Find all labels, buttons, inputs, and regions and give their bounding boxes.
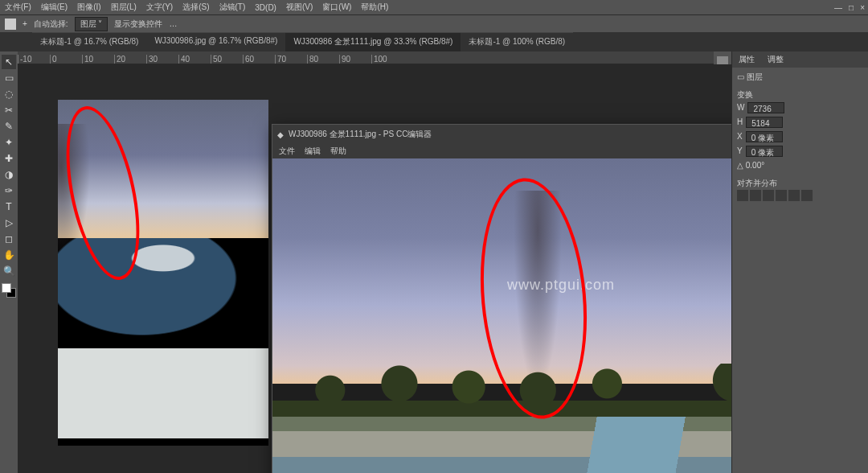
ruler-tick: 10: [82, 55, 114, 64]
brush-tool[interactable]: ✎: [2, 119, 16, 134]
close-button[interactable]: ×: [860, 3, 865, 12]
ruler-tick: 40: [178, 55, 211, 64]
hand-tool[interactable]: ✋: [2, 248, 16, 262]
menu-item[interactable]: 文件(F): [5, 2, 31, 13]
canvas-area[interactable]: ◆ WJ300986 全景1111.jpg - PS CC编辑器 — □ × 文…: [18, 64, 731, 473]
maximize-button[interactable]: □: [849, 3, 854, 12]
section-header: 变换: [737, 88, 863, 101]
align-top-icon[interactable]: [776, 190, 787, 201]
gradient-tool[interactable]: ◑: [2, 167, 16, 182]
floating-title: WJ300986 全景1111.jpg - PS CC编辑器: [289, 129, 432, 140]
x-label: X: [737, 130, 743, 143]
align-bottom-icon[interactable]: [801, 190, 813, 201]
autoselect-label: 自动选择:: [34, 19, 68, 30]
foreground-color[interactable]: [2, 283, 11, 293]
ruler-tick: 80: [307, 55, 339, 64]
watermark-text: www.ptgui.com: [507, 276, 615, 293]
menu-item[interactable]: 文字(Y): [146, 2, 173, 13]
image-sky: [58, 100, 268, 238]
path-tool[interactable]: ▷: [2, 216, 16, 230]
image-sky: [272, 158, 731, 384]
image-road: [58, 238, 268, 438]
align-buttons-row: [737, 190, 863, 201]
document-tab[interactable]: WJ300986.jpg @ 16.7% (RGB/8#): [146, 32, 285, 51]
menu-item[interactable]: 图层(L): [111, 2, 137, 13]
ruler-tick: 20: [114, 55, 146, 64]
menu-item[interactable]: 帮助: [330, 146, 346, 157]
menu-item[interactable]: 编辑: [305, 146, 321, 157]
floating-titlebar[interactable]: ◆ WJ300986 全景1111.jpg - PS CC编辑器 — □ ×: [272, 125, 731, 144]
crop-tool[interactable]: ✂: [2, 103, 16, 117]
menu-item[interactable]: 图像(I): [77, 2, 100, 13]
height-field[interactable]: 5184 像素: [746, 117, 783, 128]
menu-item[interactable]: 3D(D): [255, 3, 276, 12]
x-field[interactable]: 0 像素: [746, 131, 783, 142]
panel-tab[interactable]: 调整: [761, 51, 790, 68]
background-document[interactable]: [58, 100, 268, 446]
align-middle-icon[interactable]: [788, 190, 800, 201]
window-controls: — □ ×: [834, 0, 865, 14]
angle-field[interactable]: △ 0.00°: [737, 159, 764, 172]
minimize-button[interactable]: —: [834, 3, 842, 12]
ruler-tick: 50: [211, 55, 243, 64]
floating-image[interactable]: www.ptgui.com: [272, 158, 731, 473]
align-center-icon[interactable]: [750, 190, 761, 201]
panel-tab[interactable]: 属性: [732, 51, 761, 68]
options-bar: + 自动选择: 图层 ˅ 显示变换控件 …: [0, 14, 868, 32]
y-field[interactable]: 0 像素: [746, 146, 783, 157]
lasso-tool[interactable]: ◌: [2, 87, 16, 101]
transform-controls-checkbox[interactable]: 显示变换控件: [114, 19, 162, 30]
horizontal-ruler: -10 0 10 20 30 40 50 60 70 80 90 100: [18, 51, 731, 64]
document-tab[interactable]: WJ300986 全景1111.jpg @ 33.3% (RGB/8#): [285, 32, 461, 51]
width-label: W: [737, 101, 744, 114]
workspace: ↖ ▭ ◌ ✂ ✎ ✦ ✚ ◑ ✑ T ▷ ◻ ✋ 🔍 -10 0 10 20 …: [0, 51, 868, 473]
type-tool[interactable]: T: [2, 199, 16, 214]
ruler-tick: 90: [339, 55, 371, 64]
panel-tabs: 属性 调整: [732, 51, 868, 68]
tool-icon: +: [23, 19, 27, 28]
menu-item[interactable]: 窗口(W): [322, 2, 351, 13]
healing-tool[interactable]: ✦: [2, 135, 16, 150]
document-tab[interactable]: 未标题-1 @ 100% (RGB/8): [461, 32, 573, 51]
marquee-tool[interactable]: ▭: [2, 71, 16, 85]
tools-toolbar: ↖ ▭ ◌ ✂ ✎ ✦ ✚ ◑ ✑ T ▷ ◻ ✋ 🔍: [0, 51, 18, 473]
menu-item[interactable]: 编辑(E): [41, 2, 68, 13]
color-swatch[interactable]: [2, 283, 16, 298]
home-icon[interactable]: [5, 19, 16, 30]
move-tool[interactable]: ↖: [2, 55, 16, 69]
width-field[interactable]: 2736 像素: [747, 102, 784, 113]
ruler-tick: 60: [243, 55, 275, 64]
document-tabbar: 未标题-1 @ 16.7% (RGB/8) WJ300986.jpg @ 16.…: [0, 32, 868, 51]
y-label: Y: [737, 145, 743, 158]
align-left-icon[interactable]: [737, 190, 748, 201]
image-ground: [272, 417, 731, 473]
app-icon: ◆: [277, 130, 284, 139]
layer-type-label: ▭ 图层: [737, 71, 863, 84]
zoom-tool[interactable]: 🔍: [2, 264, 16, 278]
height-label: H: [737, 116, 743, 129]
menu-item[interactable]: 滤镜(T): [219, 2, 246, 13]
properties-panel: 属性 调整 ▭ 图层 变换 W 2736 像素 H 5184 像素 X 0 像素…: [731, 51, 868, 473]
autoselect-dropdown[interactable]: 图层 ˅: [75, 17, 108, 31]
menu-item[interactable]: 帮助(H): [361, 2, 388, 13]
document-tab[interactable]: 未标题-1 @ 16.7% (RGB/8): [32, 32, 146, 51]
ruler-tick: 70: [275, 55, 307, 64]
align-buttons[interactable]: …: [169, 19, 177, 28]
ruler-tick: 0: [50, 55, 82, 64]
menu-item[interactable]: 选择(S): [182, 2, 209, 13]
align-right-icon[interactable]: [763, 190, 774, 201]
align-header: 对齐并分布: [737, 177, 863, 190]
clone-tool[interactable]: ✚: [2, 151, 16, 166]
ruler-tick: 100: [371, 55, 403, 64]
pen-tool[interactable]: ✑: [2, 183, 16, 198]
floating-menubar: 文件 编辑 帮助: [272, 144, 731, 158]
ruler-tick: 30: [146, 55, 178, 64]
application-menubar: 文件(F) 编辑(E) 图像(I) 图层(L) 文字(Y) 选择(S) 滤镜(T…: [0, 0, 868, 14]
menu-item[interactable]: 视图(V): [286, 2, 313, 13]
ruler-tick: -10: [18, 55, 50, 64]
shape-tool[interactable]: ◻: [2, 232, 16, 246]
floating-document-window[interactable]: ◆ WJ300986 全景1111.jpg - PS CC编辑器 — □ × 文…: [272, 124, 731, 473]
menu-item[interactable]: 文件: [279, 146, 295, 157]
